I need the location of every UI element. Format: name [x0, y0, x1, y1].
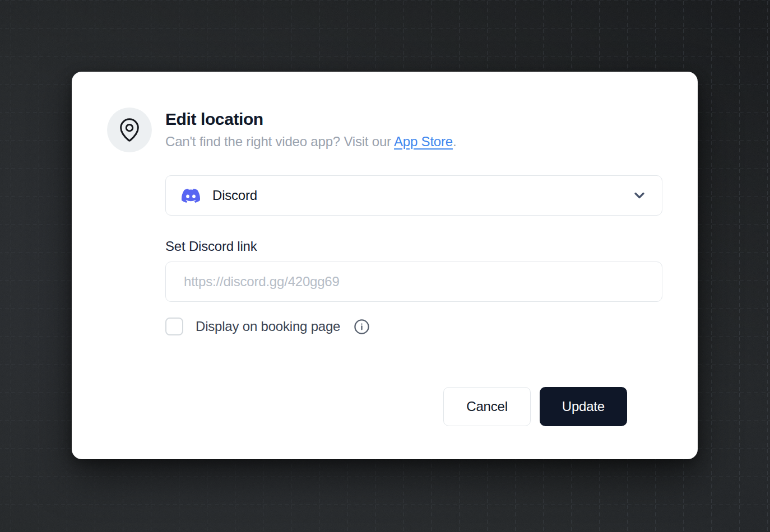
edit-location-dialog: Edit location Can't find the right video…: [72, 72, 698, 459]
dialog-subtitle: Can't find the right video app? Visit ou…: [165, 133, 456, 150]
location-select-value: Discord: [212, 188, 257, 203]
discord-link-input[interactable]: [165, 262, 662, 302]
app-store-link[interactable]: App Store: [394, 134, 453, 149]
display-on-booking-label: Display on booking page: [196, 319, 340, 334]
subtitle-period: .: [453, 134, 456, 149]
dialog-header: Edit location Can't find the right video…: [72, 72, 698, 152]
chevron-down-icon: [632, 188, 647, 203]
discord-icon: [182, 186, 200, 205]
dialog-title: Edit location: [165, 109, 456, 130]
update-button[interactable]: Update: [540, 387, 627, 426]
dialog-footer: Cancel Update: [165, 335, 662, 426]
subtitle-text: Can't find the right video app? Visit ou…: [165, 134, 394, 149]
header-icon-circle: [107, 108, 152, 152]
map-pin-icon: [117, 117, 142, 143]
dialog-header-text: Edit location Can't find the right video…: [165, 108, 456, 150]
display-on-booking-row: Display on booking page: [165, 318, 662, 335]
location-select[interactable]: Discord: [165, 175, 662, 216]
link-field-label: Set Discord link: [165, 238, 662, 255]
booking-info-button[interactable]: [354, 319, 370, 335]
cancel-button[interactable]: Cancel: [443, 387, 531, 426]
display-on-booking-checkbox[interactable]: [165, 318, 183, 335]
info-icon: [354, 319, 370, 335]
dialog-body: Discord Set Discord link Display on book…: [72, 152, 698, 426]
